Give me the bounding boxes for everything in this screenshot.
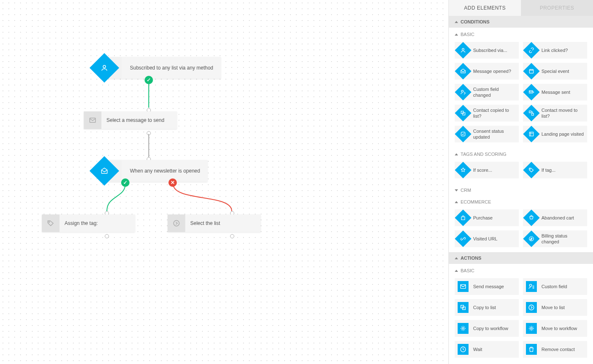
condition-landing-page-visited[interactable]: Landing page visited <box>523 126 587 142</box>
action-send-message[interactable]: Send message <box>455 278 519 295</box>
condition-if-score[interactable]: If score... <box>455 162 519 178</box>
visited-url-icon <box>455 230 471 247</box>
svg-point-18 <box>529 284 531 287</box>
element-label: Message sent <box>540 88 573 97</box>
svg-point-14 <box>530 169 531 169</box>
remove-contact-icon <box>526 344 537 355</box>
element-label: Landing page visited <box>540 129 587 139</box>
node-newsletter-opened[interactable]: When any newsletter is opened <box>101 160 207 182</box>
consent-status-updated-icon <box>455 126 471 142</box>
element-label: Abandoned cart <box>540 213 577 222</box>
svg-point-21 <box>529 305 534 310</box>
action-copy-to-list[interactable]: Copy to list <box>455 299 519 316</box>
condition-contact-moved-to-list[interactable]: Contact moved to list? <box>523 105 587 121</box>
contact-moved-to-list-icon <box>523 105 540 121</box>
tags-scoring-subheader[interactable]: TAGS AND SCORING <box>449 147 593 159</box>
condition-link-clicked[interactable]: Link clicked? <box>523 42 587 59</box>
landing-page-visited-icon <box>523 126 540 142</box>
node-select-message[interactable]: Select a message to send <box>84 111 177 129</box>
condition-contact-copied-to-list[interactable]: Contact copied to list? <box>455 105 519 121</box>
condition-subscribed-via[interactable]: Subscribed via... <box>455 42 519 59</box>
element-label: Copy to workflow <box>471 324 512 333</box>
envelope-open-diamond-icon <box>101 160 122 182</box>
element-label: Consent status updated <box>471 126 519 142</box>
element-label: Message opened? <box>471 67 515 76</box>
action-remove-contact[interactable]: Remove contact <box>523 341 587 358</box>
condition-billing-status-changed[interactable]: Billing status changed <box>523 230 587 247</box>
svg-point-22 <box>462 328 464 329</box>
if-tag-icon <box>523 162 540 178</box>
element-label: If tag... <box>540 165 559 175</box>
condition-abandoned-cart[interactable]: Abandoned cart <box>523 209 587 226</box>
purchase-icon <box>455 209 471 226</box>
svg-point-0 <box>103 65 106 68</box>
condition-if-tag[interactable]: If tag... <box>523 162 587 178</box>
action-move-to-workflow[interactable]: Move to workflow <box>523 320 587 337</box>
basic-subheader[interactable]: BASIC <box>449 28 593 39</box>
connector-line <box>148 80 149 108</box>
port[interactable] <box>105 234 109 238</box>
ecommerce-subheader[interactable]: ECOMMERCE <box>449 195 593 207</box>
conditions-header[interactable]: CONDITIONS <box>449 16 593 28</box>
special-event-icon <box>523 63 540 80</box>
action-wait[interactable]: Wait <box>455 341 519 358</box>
condition-message-opened[interactable]: Message opened? <box>455 63 519 80</box>
action-custom-field[interactable]: Custom field <box>523 278 587 295</box>
node-select-list[interactable]: Select the list <box>168 214 261 232</box>
if-score-icon <box>455 162 471 178</box>
node-subscribed[interactable]: Subscribed to any list via any method <box>101 57 221 79</box>
svg-rect-5 <box>529 70 533 73</box>
workflow-canvas[interactable]: Subscribed to any list via any method ✓ … <box>0 0 448 364</box>
sidebar: ADD ELEMENTS PROPERTIES CONDITIONS BASIC… <box>448 0 593 364</box>
node-label: Select the list <box>185 214 261 232</box>
basic-actions-subheader[interactable]: BASIC <box>449 264 593 276</box>
element-label: Billing status changed <box>540 231 587 247</box>
element-label: Subscribed via... <box>471 46 510 55</box>
svg-point-6 <box>461 90 464 92</box>
link-clicked-icon <box>523 42 540 59</box>
send-message-icon <box>458 281 469 292</box>
element-label: Custom field <box>540 282 570 291</box>
element-label: Special event <box>540 67 572 76</box>
condition-consent-status-updated[interactable]: Consent status updated <box>455 126 519 142</box>
element-label: Custom field changed <box>471 85 519 100</box>
billing-status-changed-icon <box>523 230 540 247</box>
action-move-to-list[interactable]: Move to list <box>523 299 587 316</box>
element-label: Purchase <box>471 213 496 222</box>
tab-add-elements[interactable]: ADD ELEMENTS <box>449 0 521 16</box>
port[interactable] <box>230 234 234 238</box>
svg-rect-12 <box>461 132 465 136</box>
copy-to-list-icon <box>458 302 469 313</box>
element-label: If score... <box>471 165 495 175</box>
element-label: Move to workflow <box>540 324 580 333</box>
node-assign-tag[interactable]: Assign the tag: <box>42 214 135 232</box>
condition-visited-url[interactable]: Visited URL <box>455 230 519 247</box>
user-diamond-icon <box>101 57 122 79</box>
connector-curve <box>172 183 235 214</box>
element-label: Contact moved to list? <box>540 106 587 121</box>
condition-special-event[interactable]: Special event <box>523 63 587 80</box>
svg-rect-13 <box>529 132 533 136</box>
condition-custom-field-changed[interactable]: Custom field changed <box>455 84 519 101</box>
condition-message-sent[interactable]: Message sent <box>523 84 587 101</box>
element-label: Link clicked? <box>540 46 571 55</box>
actions-header[interactable]: ACTIONS <box>449 252 593 264</box>
custom-field-changed-icon <box>455 84 471 101</box>
action-copy-to-workflow[interactable]: Copy to workflow <box>455 320 519 337</box>
node-label: Subscribed to any list via any method <box>122 57 221 79</box>
tab-properties[interactable]: PROPERTIES <box>521 0 593 16</box>
crm-subheader[interactable]: CRM <box>449 183 593 195</box>
svg-point-3 <box>173 220 179 226</box>
move-to-workflow-icon <box>526 323 537 334</box>
move-to-list-icon <box>526 302 537 313</box>
condition-purchase[interactable]: Purchase <box>455 209 519 226</box>
wait-icon <box>458 344 469 355</box>
svg-point-4 <box>462 48 464 50</box>
connector-line <box>148 134 149 157</box>
svg-point-2 <box>49 222 49 222</box>
element-label: Copy to list <box>471 303 499 312</box>
element-label: Wait <box>471 345 486 354</box>
message-opened-icon <box>455 63 471 80</box>
message-sent-icon <box>523 84 540 101</box>
connector-curve <box>105 183 130 214</box>
